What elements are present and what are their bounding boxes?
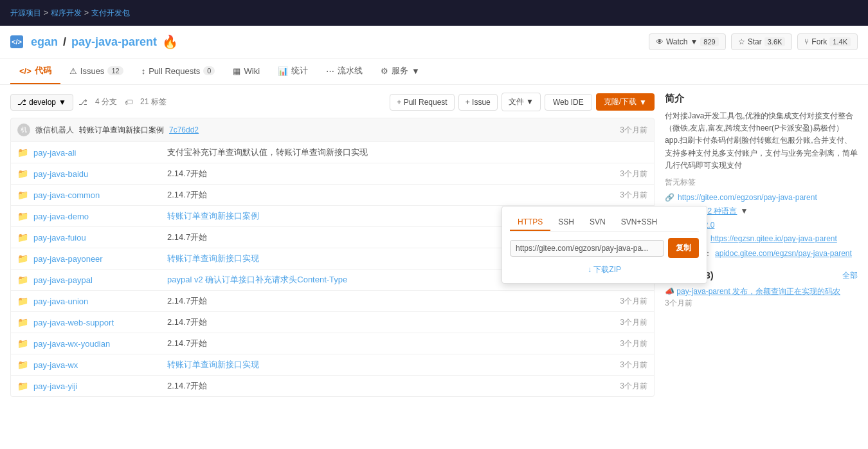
folder-icon: 📁 xyxy=(17,253,28,264)
tab-pulls[interactable]: ↕ Pull Requests 0 xyxy=(132,60,224,84)
tab-services[interactable]: ⚙ 服务 ▼ xyxy=(372,59,429,84)
clone-download-link[interactable]: ↓ 下载ZIP xyxy=(510,264,699,275)
tab-pulls-label: Pull Requests xyxy=(149,66,200,76)
watch-count: 829 xyxy=(700,37,718,46)
file-name-link[interactable]: pay-java-fuiou xyxy=(33,233,162,243)
repo-owner-link[interactable]: egan xyxy=(31,35,58,49)
file-time: 3个月前 xyxy=(620,169,647,179)
commit-author: 微信机器人 xyxy=(35,125,74,136)
star-label: Star xyxy=(748,37,762,46)
sidebar-website-link[interactable]: 🔗 https://gitee.com/egzosn/pay-java-pare… xyxy=(665,193,858,202)
file-message: 2.14.7开始 xyxy=(167,168,615,179)
fork-count: 1.4K xyxy=(829,37,851,46)
folder-icon: 📁 xyxy=(17,169,28,179)
file-row: 📁 pay-java-union 2.14.7开始 3个月前 xyxy=(11,291,654,312)
breadcrumb-link-1[interactable]: 开源项目 xyxy=(10,8,41,19)
branch-dropdown-icon: ▼ xyxy=(59,98,66,107)
file-msg-link[interactable]: paypal v2 确认订单接口补充请求头Content-Type xyxy=(167,275,347,284)
issue-button[interactable]: + Issue xyxy=(458,94,498,111)
file-row: 📁 pay-java-web-support 2.14.7开始 3个月前 xyxy=(11,312,654,333)
file-row: 📁 pay-java-baidu 2.14.7开始 3个月前 xyxy=(11,163,654,185)
repo-title: </> egan / pay-java-parent 🔥 xyxy=(10,34,178,50)
clone-copy-button[interactable]: 复制 xyxy=(668,238,699,258)
fork-button[interactable]: ⑂ Fork 1.4K xyxy=(797,33,858,50)
commit-hash[interactable]: 7c76dd2 xyxy=(169,125,199,134)
commit-message: 转账订单查询新接口案例 xyxy=(79,125,164,136)
tab-stats[interactable]: 📊 统计 xyxy=(269,59,317,84)
folder-icon: 📁 xyxy=(17,338,28,349)
tab-code[interactable]: </> 代码 xyxy=(10,59,60,84)
sidebar-description: 付对接Java开发工具包,优雅的快集成支付对接支付整合（微铁,友店,富友,跨境支… xyxy=(665,110,858,172)
watch-button[interactable]: 👁 Watch ▼ 829 xyxy=(649,33,726,50)
file-time: 3个月前 xyxy=(620,317,647,328)
folder-icon: 📁 xyxy=(17,296,28,306)
file-name-link[interactable]: pay-java-common xyxy=(33,190,162,200)
breadcrumb-link-2[interactable]: 程序开发 xyxy=(51,8,82,19)
file-name-link[interactable]: pay-java-union xyxy=(33,297,162,306)
clone-tab-https[interactable]: HTTPS xyxy=(510,214,550,231)
file-time: 3个月前 xyxy=(620,360,647,371)
fork-label: Fork xyxy=(811,37,827,46)
clone-button[interactable]: 克隆/下载 ▼ xyxy=(596,93,655,111)
repo-name-link[interactable]: pay-java-parent xyxy=(71,35,157,49)
tab-issues[interactable]: ⚠ Issues 12 xyxy=(60,60,132,84)
clone-tab-svnssh[interactable]: SVN+SSH xyxy=(613,214,665,231)
releases-all-link[interactable]: 全部 xyxy=(842,270,858,281)
clone-tab-svn[interactable]: SVN xyxy=(582,214,613,231)
file-button[interactable]: 文件 ▼ xyxy=(502,93,541,111)
file-msg-link[interactable]: 转账订单查询新接口实现 xyxy=(167,360,259,369)
file-row: 📁 pay-java-common 2.14.7开始 3个月前 xyxy=(11,185,654,206)
file-name-link[interactable]: pay-java-web-support xyxy=(33,318,162,327)
file-name-link[interactable]: pay-java-yiji xyxy=(33,381,162,391)
file-name-link[interactable]: pay-java-ali xyxy=(33,148,162,158)
file-time: 3个月前 xyxy=(620,381,647,392)
webide-button[interactable]: Web IDE xyxy=(545,94,592,111)
file-time: 3个月前 xyxy=(620,296,647,307)
branch-selector[interactable]: ⎇ develop ▼ xyxy=(10,94,73,111)
clone-url-input[interactable] xyxy=(510,240,664,257)
file-message: 支付宝补充订单查询默认值，转账订单查询新接口实现 xyxy=(167,147,642,158)
watch-label: Watch xyxy=(666,37,688,46)
file-time: 3个月前 xyxy=(620,338,647,349)
file-name-link[interactable]: pay-java-wx-youdian xyxy=(33,339,162,349)
watch-dropdown-icon: ▼ xyxy=(690,37,698,46)
issues-badge: 12 xyxy=(107,66,123,75)
file-name-link[interactable]: pay-java-payoneer xyxy=(33,254,162,264)
tab-wiki[interactable]: ▦ Wiki xyxy=(224,60,269,84)
file-name-link[interactable]: pay-java-baidu xyxy=(33,169,162,179)
pipeline-icon: ⋯ xyxy=(326,66,334,76)
repo-actions: 👁 Watch ▼ 829 ☆ Star 3.6K ⑂ Fork 1.4K xyxy=(649,33,858,50)
file-message: 转账订单查询新接口实现 xyxy=(167,359,615,371)
folder-icon: 📁 xyxy=(17,190,28,200)
release-icon: 📣 xyxy=(665,287,674,296)
commit-time: 3个月前 xyxy=(620,125,647,136)
breadcrumb-sep-2: > xyxy=(84,8,89,17)
clone-tab-ssh[interactable]: SSH xyxy=(550,214,582,231)
file-name-link[interactable]: pay-java-paypal xyxy=(33,275,162,285)
tab-pipeline[interactable]: ⋯ 流水线 xyxy=(317,59,372,84)
breadcrumb-link-3[interactable]: 支付开发包 xyxy=(91,8,130,19)
file-msg-link[interactable]: 转账订单查询新接口实现 xyxy=(167,253,259,263)
repo-type-icon: </> xyxy=(10,35,23,48)
file-time: 3个月前 xyxy=(620,190,647,201)
release-time: 3个月前 xyxy=(665,298,692,307)
file-row: 📁 pay-java-yiji 2.14.7开始 3个月前 xyxy=(11,376,654,396)
file-name-link[interactable]: pay-java-demo xyxy=(33,212,162,221)
file-name-link[interactable]: pay-java-wx xyxy=(33,360,162,370)
eye-icon: 👁 xyxy=(656,37,664,46)
file-msg-link[interactable]: 转账订单查询新接口案例 xyxy=(167,211,259,221)
file-message: 2.14.7开始 xyxy=(167,316,615,328)
repo-emoji: 🔥 xyxy=(162,34,178,50)
fork-icon: ⑂ xyxy=(804,37,809,46)
star-button[interactable]: ☆ Star 3.6K xyxy=(731,33,793,50)
folder-icon: 📁 xyxy=(17,360,28,370)
tag-icon: 🏷 xyxy=(125,98,132,107)
top-bar: 开源项目 > 程序开发 > 支付开发包 xyxy=(0,0,868,26)
repo-tabs: </> 代码 ⚠ Issues 12 ↕ Pull Requests 0 ▦ W… xyxy=(0,59,868,85)
clone-url-row: 复制 xyxy=(510,238,699,258)
wiki-icon: ▦ xyxy=(233,66,240,76)
tag-count: 21 标签 xyxy=(140,96,167,107)
folder-icon: 📁 xyxy=(17,211,28,221)
pull-request-button[interactable]: + Pull Request xyxy=(390,94,454,111)
file-row: 📁 pay-java-ali 支付宝补充订单查询默认值，转账订单查询新接口实现 xyxy=(11,142,654,163)
